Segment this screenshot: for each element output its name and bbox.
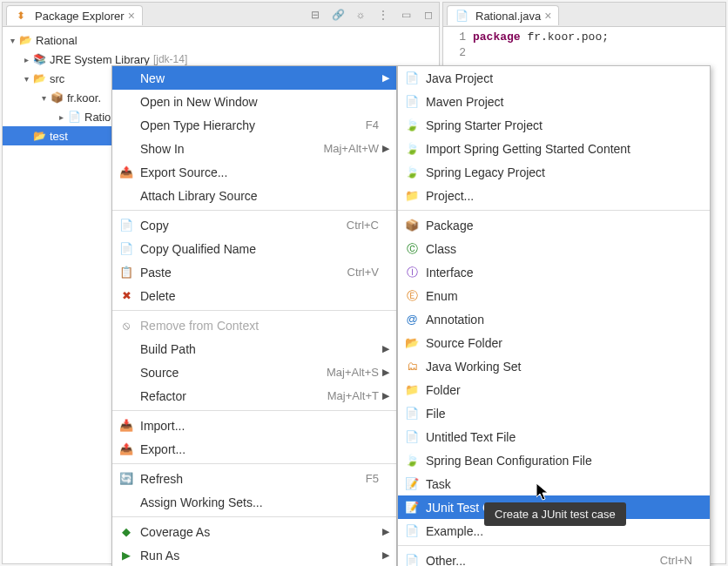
menu-item-label: Build Path [140, 342, 379, 356]
close-icon[interactable]: × [544, 9, 551, 23]
project-node[interactable]: ▾ 📂 Rational [3, 30, 439, 50]
menu-item-label: Import Spring Getting Started Content [426, 142, 692, 156]
submenu-arrow-icon: ▶ [379, 549, 389, 561]
source-folder-icon: 📂 [403, 336, 421, 349]
submenu-item-spring-legacy-project[interactable]: 🍃Spring Legacy Project [398, 160, 710, 184]
spring-starter-project-icon: 🍃 [403, 118, 421, 131]
submenu-item-other[interactable]: 📄Other...Ctrl+N [398, 549, 710, 566]
menu-item-copy[interactable]: 📄CopyCtrl+C [112, 213, 396, 237]
close-icon[interactable]: × [128, 9, 135, 23]
submenu-item-task[interactable]: 📝Task [398, 472, 710, 495]
menu-item-label: Untitled Text File [426, 430, 692, 444]
editor-tab[interactable]: 📄 Rational.java × [447, 5, 559, 25]
editor-body[interactable]: 1 2 package fr.koor.poo; [443, 27, 725, 62]
annotation-icon: @ [403, 313, 421, 326]
menu-item-export-source[interactable]: 📤Export Source... [112, 160, 396, 184]
submenu-item-java-project[interactable]: 📄Java Project [398, 66, 710, 90]
submenu-item-annotation[interactable]: @Annotation [398, 307, 710, 331]
source-folder-icon: 📂 [32, 129, 46, 143]
chevron-right-icon[interactable]: ▸ [20, 55, 32, 64]
submenu-item-project[interactable]: 📁Project... [398, 184, 710, 207]
link-editor-icon[interactable]: 🔗 [331, 8, 345, 22]
jre-label: JRE System Library [50, 53, 150, 66]
code-area[interactable]: package fr.koor.poo; [473, 30, 725, 62]
submenu-item-import-spring-getting-started-content[interactable]: 🍃Import Spring Getting Started Content [398, 137, 710, 160]
submenu-item-package[interactable]: 📦Package [398, 213, 710, 237]
submenu-item-class[interactable]: ⒸClass [398, 237, 710, 260]
java-project-icon: 📄 [403, 71, 421, 84]
menu-item-label: Open in New Window [140, 95, 379, 109]
menu-item-label: Assign Working Sets... [140, 495, 379, 509]
submenu-arrow-icon: ▶ [379, 390, 389, 401]
package-label: fr.koor. [67, 91, 101, 104]
menu-item-refactor[interactable]: RefactorMaj+Alt+T▶ [112, 384, 396, 408]
menu-item-open-in-new-window[interactable]: Open in New Window [112, 90, 396, 113]
menu-item-label: Copy [140, 219, 338, 232]
menu-item-delete[interactable]: ✖Delete [112, 284, 396, 307]
view-menu-icon[interactable]: ⋮ [376, 8, 390, 22]
menu-item-build-path[interactable]: Build Path▶ [112, 337, 396, 360]
menu-item-label: Source Folder [426, 336, 692, 350]
menu-item-attach-library-source[interactable]: Attach Library Source [112, 184, 396, 207]
maximize-icon[interactable]: ◻ [421, 8, 435, 22]
menu-item-label: Open Type Hierarchy [140, 118, 357, 132]
java-working-set-icon: 🗂 [403, 360, 421, 373]
menu-item-separator [112, 310, 396, 311]
menu-item-label: Export... [140, 442, 379, 456]
submenu-item-file[interactable]: 📄File [398, 401, 710, 425]
menu-item-assign-working-sets[interactable]: Assign Working Sets... [112, 490, 396, 514]
tooltip-text: Create a JUnit test case [495, 508, 616, 521]
submenu-item-source-folder[interactable]: 📂Source Folder [398, 331, 710, 354]
maven-project-icon: 📄 [403, 95, 421, 108]
submenu-item-maven-project[interactable]: 📄Maven Project [398, 90, 710, 113]
menu-item-accelerator: Maj+Alt+T [327, 389, 379, 402]
menu-item-remove-from-context: ⦸Remove from Context [112, 313, 396, 337]
src-label: src [50, 72, 64, 85]
package-explorer-tab[interactable]: ⬍ Package Explorer × [6, 5, 143, 25]
submenu-item-spring-starter-project[interactable]: 🍃Spring Starter Project [398, 113, 710, 137]
export-icon: 📤 [118, 442, 135, 455]
collapse-all-icon[interactable]: ⊟ [308, 8, 322, 22]
submenu-item-untitled-text-file[interactable]: 📄Untitled Text File [398, 425, 710, 448]
minimize-icon[interactable]: ▭ [399, 8, 413, 22]
submenu-item-java-working-set[interactable]: 🗂Java Working Set [398, 354, 710, 378]
submenu-item-interface[interactable]: ⒾInterface [398, 260, 710, 284]
package-explorer-icon: ⬍ [14, 9, 28, 23]
menu-item-label: Source [140, 366, 318, 380]
interface-icon: Ⓘ [403, 265, 421, 280]
menu-item-separator [112, 463, 396, 464]
submenu-arrow-icon: ▶ [379, 526, 389, 537]
menu-item-label: Spring Bean Configuration File [426, 454, 692, 468]
menu-item-label: Interface [426, 266, 692, 280]
focus-icon[interactable]: ☼ [354, 8, 367, 22]
menu-item-open-type-hierarchy[interactable]: Open Type HierarchyF4 [112, 113, 396, 137]
menu-item-import[interactable]: 📥Import... [112, 414, 396, 437]
chevron-right-icon[interactable]: ▸ [55, 112, 67, 122]
submenu-item-spring-bean-configuration-file[interactable]: 🍃Spring Bean Configuration File [398, 448, 710, 472]
menu-item-new[interactable]: New▶ [112, 66, 396, 90]
menu-item-paste[interactable]: 📋PasteCtrl+V [112, 260, 396, 284]
menu-item-accelerator: F5 [366, 472, 379, 485]
test-label: test [50, 130, 68, 143]
chevron-down-icon[interactable]: ▾ [37, 93, 50, 103]
menu-item-copy-qualified-name[interactable]: 📄Copy Qualified Name [112, 237, 396, 260]
menu-item-coverage-as[interactable]: ◆Coverage As▶ [112, 520, 396, 543]
menu-item-refresh[interactable]: 🔄RefreshF5 [112, 467, 396, 490]
menu-item-export[interactable]: 📤Export... [112, 437, 396, 461]
menu-item-run-as[interactable]: ▶Run As▶ [112, 543, 396, 566]
menu-item-label: Other... [426, 554, 651, 567]
menu-item-accelerator: Maj+Alt+W [323, 142, 379, 155]
new-submenu: 📄Java Project📄Maven Project🍃Spring Start… [397, 65, 711, 566]
menu-item-show-in[interactable]: Show InMaj+Alt+W▶ [112, 137, 396, 160]
menu-item-label: Folder [426, 383, 692, 397]
class-label: Ratio [84, 111, 111, 124]
menu-item-accelerator: Ctrl+V [347, 266, 379, 279]
menu-item-accelerator: Maj+Alt+S [327, 366, 379, 379]
submenu-item-enum[interactable]: ⒺEnum [398, 284, 710, 307]
menu-item-label: Package [426, 219, 692, 232]
chevron-down-icon[interactable]: ▾ [20, 74, 32, 84]
submenu-item-folder[interactable]: 📁Folder [398, 378, 710, 401]
other-icon: 📄 [403, 554, 421, 566]
chevron-down-icon[interactable]: ▾ [6, 36, 18, 45]
menu-item-source[interactable]: SourceMaj+Alt+S▶ [112, 360, 396, 384]
